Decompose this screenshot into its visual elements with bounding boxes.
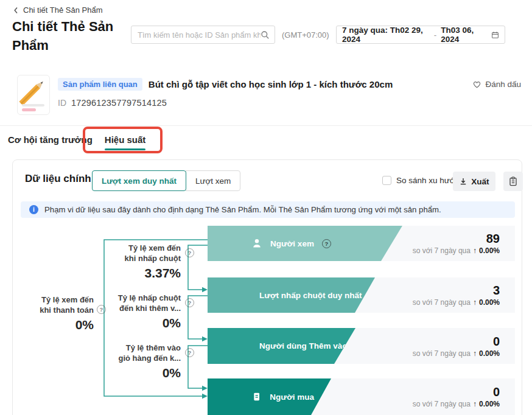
metric-value: 3 [493, 284, 500, 297]
rate-value: 0% [100, 316, 181, 330]
search-input[interactable] [138, 30, 261, 40]
funnel-metrics: 0 so với 7 ngày qua 0.00% [413, 378, 500, 415]
funnel-metrics: 0 so với 7 ngày qua 0.00% [413, 328, 500, 364]
funnel-bar: Người xem [208, 226, 402, 261]
info-banner-text: Phạm vi dữ liệu sau đây dành cho định dạ… [44, 205, 441, 214]
compare-trend-control: So sánh xu hướng [382, 176, 464, 185]
rate-label: khi thanh toán [13, 305, 94, 315]
funnel-row-viewers: Người xem 89 so với 7 ngày qua 0.00% [208, 226, 515, 261]
view-mode-toggle: Lượt xem duy nhất Lượt xem [92, 170, 240, 191]
section-title: Dữ liệu chính [25, 173, 91, 185]
up-arrow-icon [473, 400, 477, 408]
rate-value: 0% [13, 318, 94, 332]
metric-value: 0 [493, 335, 500, 348]
funnel-row-add-to-cart: Người dùng Thêm vào... 0 so với 7 ngày q… [208, 328, 515, 364]
compare-value: 0.00% [479, 349, 500, 358]
date-range-end: Th03 06, 2024 [441, 26, 487, 44]
date-range-separator: - [434, 30, 437, 40]
page-title: Chi tiết Thẻ Sản Phẩm [12, 17, 140, 55]
rate-label: đến khi thêm v... [100, 303, 181, 313]
breadcrumb-label[interactable]: Chi tiết Thẻ Sản Phẩm [23, 5, 103, 15]
product-header-row: Sản phẩm liên quan Bút chì gỗ tập viết c… [58, 78, 393, 91]
product-name: Bút chì gỗ tập viết cho học sinh lớp 1 -… [149, 79, 393, 89]
rate-click-to-cart: Tỷ lệ nhấp chuột đến khi thêm v... 0% [100, 293, 194, 330]
funnel-stage-label: Người dùng Thêm vào... [259, 341, 354, 350]
compare-value: 0.00% [479, 400, 500, 408]
heart-icon[interactable] [472, 80, 481, 89]
buyer-icon [251, 391, 262, 402]
rate-label: Tỷ lệ nhấp chuột [100, 293, 181, 303]
timezone-label: (GMT+07:00) [282, 30, 329, 40]
related-product-badge: Sản phẩm liên quan [58, 78, 142, 91]
rate-cart-to-checkout: Tỷ lệ thêm vào giỏ hàng đến k... 0% [100, 343, 194, 380]
tab-performance[interactable]: Hiệu suất [105, 134, 146, 145]
search-icon[interactable] [261, 30, 270, 40]
rate-label: giỏ hàng đến k... [100, 353, 181, 363]
conversion-funnel: Tỷ lệ xem đến khi nhấp chuột 3.37% Tỷ lệ… [21, 225, 515, 415]
calendar-icon [491, 30, 499, 40]
product-id-label: ID [58, 98, 66, 108]
rate-view-to-checkout: Tỷ lệ xem đến khi thanh toán 0% [13, 295, 106, 332]
info-banner: Phạm vi dữ liệu sau đây dành cho định dạ… [21, 201, 515, 218]
compare-prefix: so với 7 ngày qua [413, 349, 471, 358]
download-icon [459, 177, 467, 186]
compare-prefix: so với 7 ngày qua [413, 400, 471, 408]
help-icon[interactable] [322, 239, 331, 248]
tabs-bar: Cơ hội tăng trưởng Hiệu suất [0, 125, 532, 153]
key-data-card: Dữ liệu chính Lượt xem duy nhất Lượt xem… [12, 159, 522, 415]
product-thumbnail [17, 75, 50, 115]
help-icon[interactable] [185, 248, 194, 257]
compare-value: 0.00% [479, 298, 500, 307]
rate-label: Tỷ lệ thêm vào [100, 343, 181, 353]
rate-label: Tỷ lệ xem đến [100, 243, 181, 253]
funnel-stage-label: Lượt nhấp chuột duy nhất [259, 291, 362, 300]
breadcrumb[interactable]: Chi tiết Thẻ Sản Phẩm [12, 5, 103, 15]
tab-growth-opportunities[interactable]: Cơ hội tăng trưởng [8, 134, 93, 145]
export-label: Xuất [471, 177, 489, 186]
help-icon[interactable] [97, 305, 106, 314]
product-card-detail-page: Chi tiết Thẻ Sản Phẩm Chi tiết Thẻ Sản P… [0, 0, 532, 415]
report-button[interactable] [503, 172, 523, 191]
funnel-bar: Người dùng Thêm vào... [208, 328, 355, 364]
product-search[interactable] [131, 26, 275, 44]
funnel-metrics: 3 so với 7 ngày qua 0.00% [413, 277, 500, 313]
product-id-row: ID 1729612357797514125 [58, 98, 167, 108]
product-id-value: 1729612357797514125 [71, 98, 167, 108]
bookmark-label[interactable]: Đánh dấu [485, 80, 521, 89]
date-range-start: 7 ngày qua: Th02 29, 2024 [342, 26, 430, 44]
rate-label: Tỷ lệ xem đến [13, 295, 94, 305]
funnel-stage-label: Người mua [270, 392, 314, 402]
compare-value: 0.00% [479, 246, 500, 255]
rate-view-to-click: Tỷ lệ xem đến khi nhấp chuột 3.37% [100, 243, 194, 281]
toggle-unique-views-button[interactable]: Lượt xem duy nhất [92, 170, 186, 191]
up-arrow-icon [473, 246, 477, 255]
rate-value: 3.37% [100, 266, 181, 281]
user-icon [251, 238, 262, 249]
help-icon[interactable] [362, 341, 371, 350]
funnel-row-unique-clicks: Lượt nhấp chuột duy nhất 3 so với 7 ngày… [208, 277, 515, 313]
metric-value: 0 [493, 385, 500, 399]
export-button[interactable]: Xuất [453, 172, 495, 191]
help-icon[interactable] [185, 348, 194, 357]
funnel-metrics: 89 so với 7 ngày qua 0.00% [413, 226, 500, 261]
funnel-bar: Người mua [208, 378, 331, 415]
help-icon[interactable] [185, 298, 194, 307]
up-arrow-icon [473, 349, 477, 358]
rate-value: 0% [100, 366, 181, 380]
rate-label: khi nhấp chuột [100, 253, 181, 263]
compare-prefix: so với 7 ngày qua [413, 246, 471, 255]
bookmark-button[interactable]: Đánh dấu [472, 80, 521, 89]
funnel-bar: Lượt nhấp chuột duy nhất [208, 277, 375, 313]
help-icon[interactable] [322, 392, 331, 402]
back-chevron-icon [12, 6, 19, 15]
toggle-views-button[interactable]: Lượt xem [186, 170, 240, 191]
date-range-picker[interactable]: 7 ngày qua: Th02 29, 2024 - Th03 06, 202… [336, 26, 505, 44]
compare-prefix: so với 7 ngày qua [413, 298, 471, 307]
compare-trend-checkbox[interactable] [382, 176, 391, 185]
metric-value: 89 [486, 232, 500, 245]
up-arrow-icon [473, 298, 477, 307]
help-icon[interactable] [370, 291, 379, 300]
funnel-row-buyers: Người mua 0 so với 7 ngày qua 0.00% [208, 378, 515, 415]
pencil-image-icon [18, 75, 49, 114]
clipboard-icon [508, 176, 518, 186]
